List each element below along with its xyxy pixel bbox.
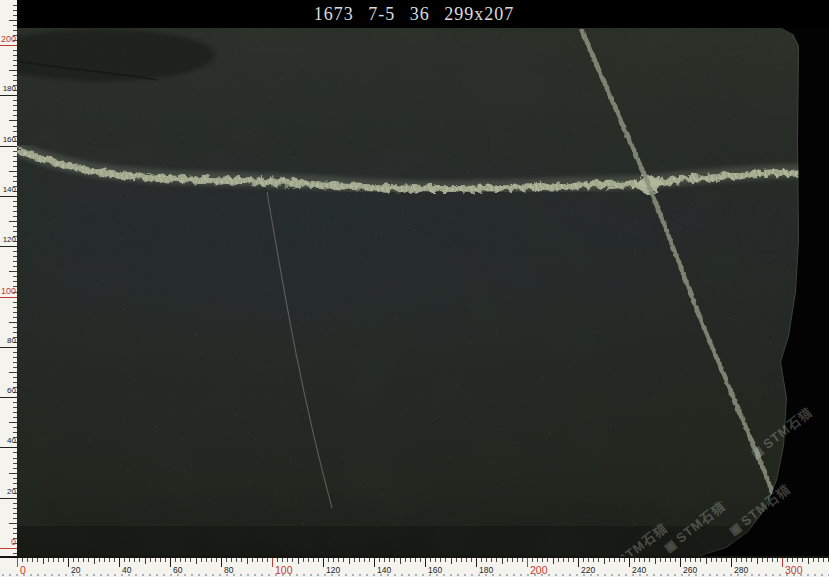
ruler-tick	[13, 176, 17, 177]
ruler-tick	[221, 558, 222, 567]
ruler-tick	[731, 558, 732, 567]
ruler-tick	[13, 432, 17, 433]
ruler-tick	[13, 266, 17, 267]
ruler-tick	[13, 327, 17, 328]
ruler-tick	[13, 25, 17, 26]
ruler-tick	[9, 271, 17, 272]
ruler-tick	[104, 558, 105, 562]
ruler-tick	[0, 397, 17, 398]
bottom-edge-shadow	[17, 526, 829, 556]
ruler-tick	[466, 558, 467, 562]
ruler-tick	[13, 251, 17, 252]
ruler-tick	[13, 211, 17, 212]
slab-title: 1673 7-5 36 299x207	[314, 4, 533, 25]
ruler-tick	[99, 558, 100, 562]
ruler-label: 200	[0, 34, 16, 44]
ruler-tick	[721, 558, 722, 562]
ruler-tick	[13, 352, 17, 353]
ruler-tick	[0, 447, 17, 448]
ruler-tick	[512, 558, 513, 562]
ruler-tick	[476, 558, 477, 567]
ruler-tick	[13, 312, 17, 313]
ruler-tick	[13, 468, 17, 469]
ruler-tick	[13, 483, 17, 484]
ruler-tick	[13, 357, 17, 358]
ruler-tick	[389, 558, 390, 562]
ruler-tick	[48, 558, 49, 562]
ruler-tick	[802, 558, 803, 562]
ruler-tick	[685, 558, 686, 562]
ruler-tick	[338, 558, 339, 562]
ruler-tick	[13, 463, 17, 464]
ruler-tick	[13, 75, 17, 76]
ruler-tick	[13, 412, 17, 413]
ruler-tick	[425, 558, 426, 567]
ruler-tick	[649, 558, 650, 562]
ruler-tick	[553, 558, 554, 564]
ruler-tick	[0, 45, 17, 46]
ruler-label: 100	[0, 286, 16, 296]
ruler-tick	[94, 558, 95, 564]
ruler-tick	[593, 558, 594, 562]
ruler-tick	[196, 558, 197, 564]
ruler-tick	[700, 558, 701, 562]
ruler-tick	[435, 558, 436, 562]
ruler-tick	[129, 558, 130, 562]
ruler-label: 40	[122, 565, 131, 575]
ruler-tick	[797, 558, 798, 562]
ruler-tick	[655, 558, 656, 564]
ruler-tick	[0, 146, 17, 147]
ruler-tick	[13, 161, 17, 162]
ruler-tick	[292, 558, 293, 562]
ruler-label: 0	[0, 537, 16, 547]
ruler-tick	[13, 362, 17, 363]
ruler-tick	[792, 558, 793, 562]
ruler-tick	[13, 231, 17, 232]
ruler-tick	[216, 558, 217, 562]
ruler-tick	[461, 558, 462, 562]
ruler-tick	[272, 558, 273, 567]
ruler-tick	[13, 100, 17, 101]
ruler-tick	[78, 558, 79, 562]
ruler-tick	[711, 558, 712, 562]
stone-slab-image	[17, 28, 829, 556]
ruler-tick	[491, 558, 492, 562]
ruler-tick	[180, 558, 181, 562]
ruler-tick	[787, 558, 788, 562]
ruler-tick	[13, 55, 17, 56]
ruler-tick	[13, 281, 17, 282]
ruler-tick	[772, 558, 773, 562]
ruler-tick	[13, 417, 17, 418]
ruler-tick	[400, 558, 401, 564]
ruler-tick	[185, 558, 186, 562]
ruler-label: 120	[326, 565, 340, 575]
ruler-tick	[27, 558, 28, 562]
ruler-tick	[13, 206, 17, 207]
ruler-tick	[609, 558, 610, 562]
ruler-tick	[13, 15, 17, 16]
ruler-tick	[440, 558, 441, 562]
ruler-label: 220	[581, 565, 595, 575]
ruler-tick	[119, 558, 120, 567]
bottom-ruler: 0204060801001201401601802002202402602803…	[0, 556, 829, 577]
ruler-tick	[13, 508, 17, 509]
ruler-tick	[0, 548, 17, 549]
ruler-tick	[267, 558, 268, 562]
ruler-label: 0	[20, 564, 26, 576]
ruler-tick	[634, 558, 635, 562]
ruler-tick	[303, 558, 304, 562]
ruler-tick	[354, 558, 355, 562]
ruler-tick	[823, 558, 824, 562]
ruler-tick	[13, 50, 17, 51]
slab-viewer-window: 1673 7-5 36 299x207	[0, 0, 829, 577]
ruler-tick	[736, 558, 737, 562]
ruler-tick	[13, 276, 17, 277]
ruler-tick	[13, 407, 17, 408]
ruler-tick	[598, 558, 599, 562]
ruler-tick	[109, 558, 110, 562]
ruler-label: 160	[0, 135, 16, 145]
ruler-tick	[114, 558, 115, 562]
ruler-tick	[124, 558, 125, 562]
ruler-tick	[349, 558, 350, 564]
ruler-tick	[405, 558, 406, 562]
